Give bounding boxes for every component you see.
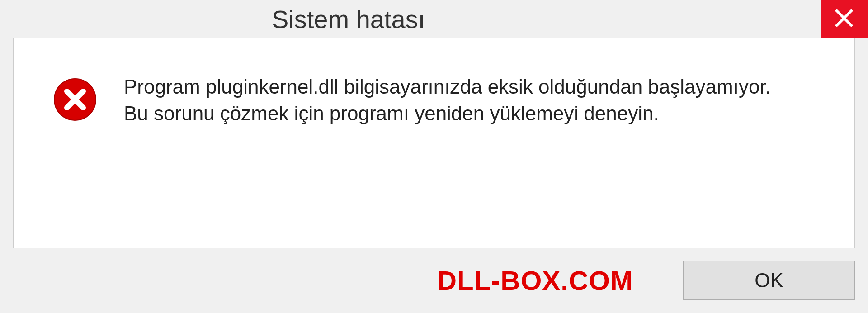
message-panel: Program pluginkernel.dll bilgisayarınızd… — [13, 38, 855, 248]
close-button[interactable] — [821, 0, 868, 38]
error-icon — [53, 78, 97, 121]
close-icon — [833, 7, 855, 31]
content-area: Program pluginkernel.dll bilgisayarınızd… — [0, 38, 868, 257]
dialog-title: Sistem hatası — [272, 5, 425, 34]
dialog-footer: DLL-BOX.COM OK — [0, 257, 868, 313]
titlebar: Sistem hatası — [0, 0, 868, 38]
ok-button[interactable]: OK — [683, 261, 855, 300]
error-message: Program pluginkernel.dll bilgisayarınızd… — [124, 73, 827, 127]
error-dialog: Sistem hatası Program pluginkernel.dll b… — [0, 0, 868, 313]
watermark-text: DLL-BOX.COM — [437, 265, 633, 296]
